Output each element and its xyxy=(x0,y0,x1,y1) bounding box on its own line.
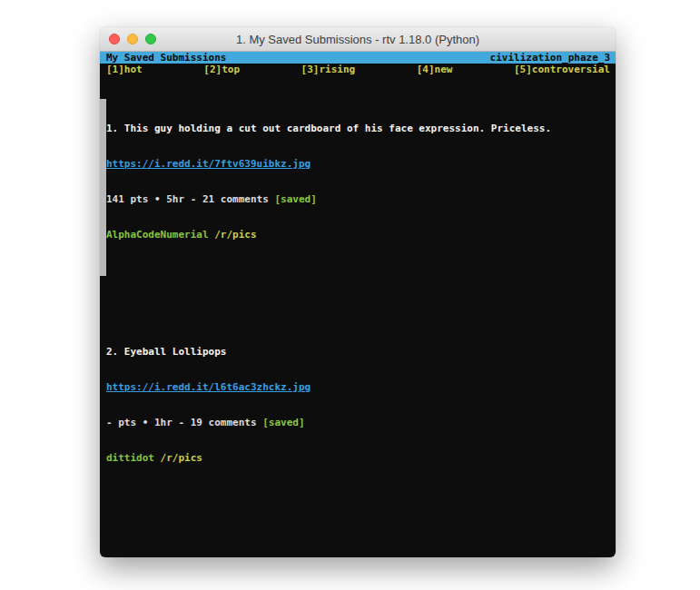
rtv-terminal: My Saved Submissions civilization_phaze_… xyxy=(100,52,616,557)
submission-row[interactable]: 1. This guy holding a cut out cardboard … xyxy=(106,99,610,276)
points-count: - pts xyxy=(106,417,143,428)
submission-subreddit: /r/pics xyxy=(214,229,256,241)
submission-list: 1. This guy holding a cut out cardboard … xyxy=(100,75,616,557)
submission-url-line: https://i.redd.it/7ftv639uibkz.jpg xyxy=(106,158,610,170)
submission-row[interactable]: 2. Eyeball Lollipops https://i.redd.it/l… xyxy=(106,322,610,499)
submission-link[interactable]: https://i.redd.it/l6t6ac3zhckz.jpg xyxy=(106,381,311,393)
submission-author: AlphaCodeNumerial xyxy=(106,229,209,241)
submission-stats: 141 pts • 5hr - 21 comments [saved] xyxy=(106,193,610,205)
traffic-lights xyxy=(109,27,156,51)
window-title: 1. My Saved Submissions - rtv 1.18.0 (Py… xyxy=(100,33,616,46)
sort-new[interactable]: [4]new xyxy=(417,64,453,75)
submission-row[interactable]: 3. This group of kittens love their owne… xyxy=(106,546,610,557)
submission-byline: dittidot /r/pics xyxy=(106,452,610,464)
close-button[interactable] xyxy=(109,34,120,44)
minimize-button[interactable] xyxy=(127,34,138,44)
logged-in-username: civilization_phaze_3 xyxy=(490,52,610,64)
age-and-comments: 1hr - 19 comments xyxy=(148,417,262,428)
zoom-button[interactable] xyxy=(145,34,156,44)
desktop: 1. My Saved Submissions - rtv 1.18.0 (Py… xyxy=(0,0,700,590)
submission-url-line: https://i.redd.it/l6t6ac3zhckz.jpg xyxy=(106,381,610,393)
submission-subreddit: /r/pics xyxy=(161,452,202,464)
vote-indicator-icon[interactable]: • xyxy=(154,193,161,205)
sort-controversial[interactable]: [5]controversial xyxy=(514,64,610,75)
page-title: My Saved Submissions xyxy=(106,52,226,64)
sort-hot[interactable]: [1]hot xyxy=(106,64,143,75)
submission-link[interactable]: https://i.redd.it/7ftv639uibkz.jpg xyxy=(106,158,311,170)
sort-menu: [1]hot [2]top [3]rising [4]new [5]contro… xyxy=(100,64,616,75)
status-header-bar: My Saved Submissions civilization_phaze_… xyxy=(100,52,616,64)
saved-badge: [saved] xyxy=(274,193,316,205)
sort-top[interactable]: [2]top xyxy=(203,64,240,75)
submission-title-line: 1. This guy holding a cut out cardboard … xyxy=(106,123,610,134)
window-titlebar[interactable]: 1. My Saved Submissions - rtv 1.18.0 (Py… xyxy=(100,27,616,52)
submission-stats: - pts • 1hr - 19 comments [saved] xyxy=(106,417,610,428)
submission-author: dittidot xyxy=(106,452,154,464)
submission-title: 2. Eyeball Lollipops xyxy=(106,346,610,358)
points-count: 141 pts xyxy=(106,193,154,205)
saved-badge: [saved] xyxy=(262,417,304,428)
rtv-window: 1. My Saved Submissions - rtv 1.18.0 (Py… xyxy=(100,27,616,557)
submission-byline: AlphaCodeNumerial /r/pics xyxy=(106,229,610,241)
submission-title-line: 2. Eyeball Lollipops xyxy=(106,346,610,358)
sort-rising[interactable]: [3]rising xyxy=(301,64,356,75)
age-and-comments: 5hr - 21 comments xyxy=(161,193,275,205)
submission-title: 1. This guy holding a cut out cardboard … xyxy=(106,123,610,134)
